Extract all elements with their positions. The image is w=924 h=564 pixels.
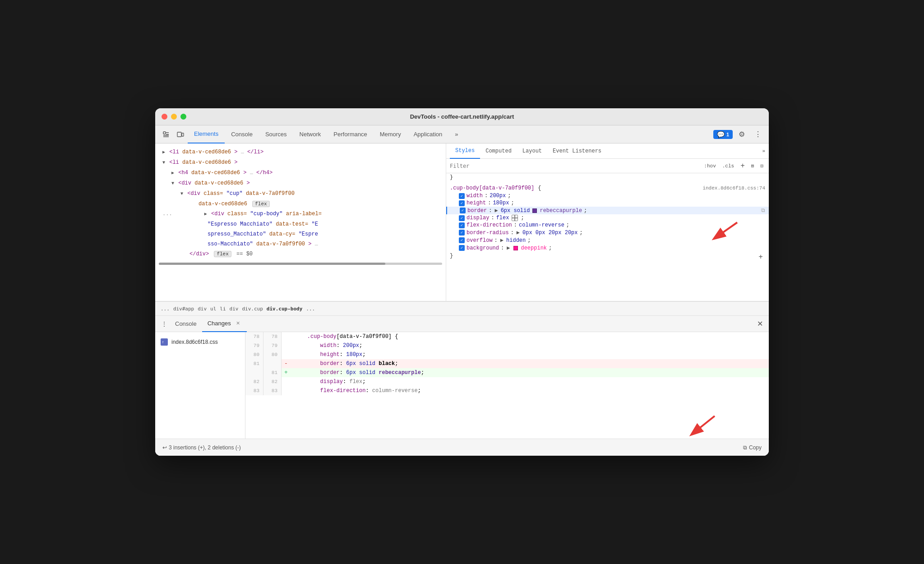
inspect-icon[interactable] xyxy=(159,127,173,142)
tab-changes[interactable]: Changes ✕ xyxy=(202,316,247,332)
devtools-tab-bar: Elements Console Sources Network Perform… xyxy=(155,125,769,143)
filter-input[interactable] xyxy=(450,163,698,169)
bottom-panel: ⋮ Console Changes ✕ ✕ f xyxy=(155,316,769,456)
minimize-button[interactable] xyxy=(171,114,177,120)
css-checkbox-background[interactable] xyxy=(459,245,465,251)
css-source[interactable]: index.8d6c6f18.css:74 xyxy=(702,185,765,191)
css-checkbox-display[interactable] xyxy=(459,215,465,221)
maximize-button[interactable] xyxy=(180,114,186,120)
copy-property-button[interactable]: ⧉ xyxy=(761,208,765,214)
breadcrumb-item-divcupbody[interactable]: div.cup-body xyxy=(265,306,304,312)
prev-rule-close: } xyxy=(446,173,769,181)
flex-badge: flex xyxy=(252,201,269,207)
toggle-icon[interactable]: ⊞ xyxy=(749,162,756,169)
breadcrumb-item-more[interactable]: ... xyxy=(304,306,317,312)
expand-arrow-icon[interactable]: ▶ xyxy=(162,150,165,155)
dom-line[interactable]: ▼ <div class= "cup" data-v-7a0f9f00 xyxy=(155,189,446,199)
tab-event-listeners[interactable]: Event Listeners xyxy=(547,143,607,159)
bottom-menu-icon[interactable]: ⋮ xyxy=(159,319,170,329)
undo-text: 3 insertions (+), 2 deletions (-) xyxy=(169,444,241,451)
expand-arrow-icon[interactable]: ▶ xyxy=(171,171,174,176)
styles-filter-bar: :hov .cls + ⊞ ⊡ xyxy=(446,159,769,173)
dom-line[interactable]: ▶ <h4 data-v-ced68de6 > … </h4> xyxy=(155,168,446,178)
device-icon[interactable] xyxy=(173,127,188,142)
tab-performance[interactable]: Performance xyxy=(327,125,373,143)
css-property-border: border : ▶ 6px solid rebeccapurple ; ⧉ xyxy=(446,207,769,214)
css-checkbox-flex-direction[interactable] xyxy=(459,222,465,228)
css-checkbox-overflow[interactable] xyxy=(459,237,465,243)
settings-icon[interactable]: ⚙ xyxy=(735,127,749,142)
devtools-window: DevTools - coffee-cart.netlify.app/cart … xyxy=(155,108,769,456)
dom-scrollbar[interactable] xyxy=(159,263,442,265)
styles-more-tabs[interactable]: » xyxy=(762,148,765,154)
breadcrumb-item-ul[interactable]: ul xyxy=(208,306,218,312)
bottom-tabs-bar: ⋮ Console Changes ✕ ✕ xyxy=(155,316,769,332)
hov-button[interactable]: :hov xyxy=(702,163,717,169)
styles-panel: Styles Computed Layout Event Listeners »… xyxy=(446,143,769,301)
expand-arrow-icon[interactable]: ▶ xyxy=(204,212,207,217)
css-property-overflow: overflow : ▶ hidden ; xyxy=(446,236,769,244)
tab-layout[interactable]: Layout xyxy=(517,143,547,159)
breadcrumb-item-div1[interactable]: div xyxy=(196,306,208,312)
diff-line: 80 80 height: 180px; xyxy=(245,350,769,359)
css-file-icon: f xyxy=(161,338,168,346)
changes-file-item[interactable]: f index.8d6c6f18.css xyxy=(155,336,245,348)
css-close-brace: } + xyxy=(446,252,769,260)
dom-line[interactable]: ▼ <div data-v-ced68de6 > xyxy=(155,178,446,189)
dom-line[interactable]: </div> flex == $0 xyxy=(155,249,446,259)
display-icon xyxy=(512,215,518,221)
more-options-icon[interactable]: ⋮ xyxy=(751,127,765,142)
tab-application[interactable]: Application xyxy=(407,125,449,143)
expand-arrow-icon[interactable]: ▼ xyxy=(162,160,165,165)
dom-line[interactable]: ▼ <li data-v-ced68de6 > xyxy=(155,157,446,168)
dom-line[interactable]: ▶ <li data-v-ced68de6 > … </li> xyxy=(155,147,446,157)
tab-more[interactable]: » xyxy=(448,125,464,143)
dom-line[interactable]: spresso_Macchiato" data-cy= "Espre xyxy=(155,229,446,239)
tab-console-bottom[interactable]: Console xyxy=(170,316,202,332)
tab-computed[interactable]: Computed xyxy=(480,143,517,159)
dom-line[interactable]: "Espresso Macchiato" data-test= "E xyxy=(155,219,446,229)
breadcrumb: ... div#app div ul li div div.cup div.cu… xyxy=(155,301,769,316)
breadcrumb-item-li[interactable]: li xyxy=(218,306,227,312)
breadcrumb-item-divapp[interactable]: div#app xyxy=(171,306,196,312)
tab-network[interactable]: Network xyxy=(293,125,328,143)
tab-console[interactable]: Console xyxy=(225,125,259,143)
tab-memory[interactable]: Memory xyxy=(374,125,407,143)
dom-line[interactable]: ... ▶ <div class= "cup-body" aria-label= xyxy=(155,209,446,219)
tab-elements[interactable]: Elements xyxy=(188,125,225,143)
changes-footer: ↩ 3 insertions (+), 2 deletions (-) ⧉ Co… xyxy=(155,439,769,456)
dom-line[interactable]: data-v-ced68de6 flex xyxy=(155,199,446,209)
svg-rect-0 xyxy=(163,132,166,134)
css-checkbox-border-radius[interactable] xyxy=(459,230,465,236)
color-swatch-rebeccapurple[interactable] xyxy=(532,208,537,213)
color-swatch-deeppink[interactable] xyxy=(513,246,518,250)
css-selector[interactable]: .cup-body[data-v-7a0f9f00] xyxy=(450,185,534,191)
css-checkbox-border[interactable] xyxy=(460,208,466,213)
css-checkbox-height[interactable] xyxy=(459,200,465,206)
copy-icon: ⧉ xyxy=(743,444,747,451)
copy-button[interactable]: ⧉ Copy xyxy=(743,444,762,451)
undo-button[interactable]: ↩ 3 insertions (+), 2 deletions (-) xyxy=(162,444,241,451)
tab-sources[interactable]: Sources xyxy=(259,125,293,143)
tab-styles[interactable]: Styles xyxy=(450,143,480,159)
title-bar: DevTools - coffee-cart.netlify.app/cart xyxy=(155,108,769,125)
chat-button[interactable]: 💬 1 xyxy=(713,130,733,139)
expand-arrow-icon[interactable]: ▼ xyxy=(180,191,183,196)
dom-line[interactable]: sso-Macchiato" data-v-7a0f9f00 > … xyxy=(155,239,446,249)
add-property-button[interactable]: + xyxy=(756,253,765,262)
diff-line-added: 81 + border: 6px solid rebeccapurple; xyxy=(245,368,769,377)
breadcrumb-item-divcup[interactable]: div.cup xyxy=(240,306,264,312)
diff-line: 79 79 width: 200px; xyxy=(245,341,769,350)
close-bottom-panel-button[interactable]: ✕ xyxy=(754,319,765,329)
svg-text:f: f xyxy=(162,341,163,344)
expand-arrow-icon[interactable]: ▼ xyxy=(171,181,174,186)
sidebar-icon[interactable]: ⊡ xyxy=(758,162,765,169)
breadcrumb-item-div2[interactable]: div xyxy=(228,306,240,312)
add-style-button[interactable]: + xyxy=(739,162,747,171)
diff-view: 78 78 .cup-body[data-v-7a0f9f00] { 79 79… xyxy=(245,332,769,439)
close-changes-tab[interactable]: ✕ xyxy=(235,320,241,327)
cls-button[interactable]: .cls xyxy=(721,163,736,169)
close-button[interactable] xyxy=(162,114,167,120)
breadcrumb-item-ellipsis[interactable]: ... xyxy=(159,306,171,312)
css-checkbox-width[interactable] xyxy=(459,193,465,199)
